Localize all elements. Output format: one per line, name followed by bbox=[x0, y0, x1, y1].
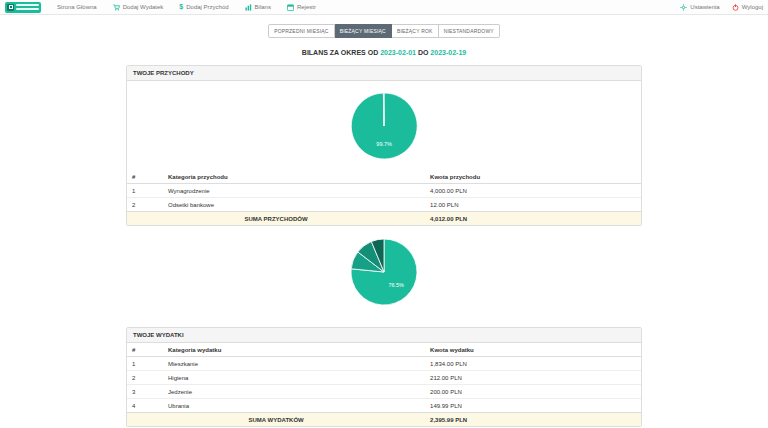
cart-icon bbox=[113, 4, 120, 11]
table-row: 1 Wynagrodzenie 4,000.00 PLN bbox=[127, 184, 641, 198]
expenses-table-header-row: # Kategoria wydatku Kwota wydatku bbox=[127, 343, 641, 357]
row-category: Wynagrodzenie bbox=[163, 184, 425, 198]
income-pie-svg: 99.7% bbox=[348, 90, 420, 162]
expenses-table: # Kategoria wydatku Kwota wydatku 1 Mies… bbox=[127, 343, 641, 426]
table-row: 2 Odsetki bankowe 12.00 PLN bbox=[127, 198, 641, 212]
income-sum-row: SUMA PRZYCHODÓW 4,012.00 PLN bbox=[127, 212, 641, 226]
income-table-header-row: # Kategoria przychodu Kwota przychodu bbox=[127, 170, 641, 184]
nav-item-add-income[interactable]: $ Dodaj Przychód bbox=[179, 4, 228, 10]
nav-home-label: Strona Główna bbox=[57, 4, 97, 10]
nav-settings-label: Ustawienia bbox=[690, 4, 719, 10]
logo-text-lines bbox=[16, 4, 39, 10]
income-section-title: TWOJE PRZYCHODY bbox=[127, 66, 641, 81]
row-category: Higiena bbox=[163, 371, 425, 385]
button-current-month[interactable]: BIEŻĄCY MIESIĄC bbox=[335, 24, 392, 38]
nav-item-logout[interactable]: Wyloguj bbox=[732, 4, 763, 11]
nav-balance-label: Bilans bbox=[255, 4, 271, 10]
gear-icon bbox=[680, 4, 687, 11]
nav-logout-label: Wyloguj bbox=[742, 4, 763, 10]
row-amount: 200.00 PLN bbox=[425, 385, 641, 399]
row-amount: 1,834.00 PLN bbox=[425, 357, 641, 371]
nav-item-settings[interactable]: Ustawienia bbox=[680, 4, 719, 11]
expenses-sum-value: 2,395.99 PLN bbox=[425, 413, 641, 427]
nav-item-add-expense[interactable]: Dodaj Wydatek bbox=[113, 4, 164, 11]
dollar-icon: $ bbox=[179, 4, 183, 10]
app-logo[interactable] bbox=[5, 2, 41, 13]
row-category: Mieszkanie bbox=[163, 357, 425, 371]
table-row: 1 Mieszkanie 1,834.00 PLN bbox=[127, 357, 641, 371]
date-from: 2023-02-01 bbox=[380, 49, 416, 56]
title-middle: DO bbox=[418, 49, 429, 56]
expenses-col-index: # bbox=[127, 343, 163, 357]
navbar: Strona Główna Dodaj Wydatek $ Dodaj Przy… bbox=[0, 0, 768, 15]
row-index: 1 bbox=[127, 184, 163, 198]
income-col-index: # bbox=[127, 170, 163, 184]
row-index: 1 bbox=[127, 357, 163, 371]
expenses-section-title: TWOJE WYDATKI bbox=[127, 328, 641, 343]
income-col-category: Kategoria przychodu bbox=[163, 170, 425, 184]
wallet-icon bbox=[7, 4, 14, 11]
svg-text:76.5%: 76.5% bbox=[388, 282, 404, 288]
expenses-panel: TWOJE WYDATKI # Kategoria wydatku Kwota … bbox=[126, 327, 642, 427]
expenses-sum-row: SUMA WYDATKÓW 2,395.99 PLN bbox=[127, 413, 641, 427]
expenses-col-amount: Kwota wydatku bbox=[425, 343, 641, 357]
bar-chart-icon bbox=[245, 4, 252, 11]
income-sum-value: 4,012.00 PLN bbox=[425, 212, 641, 226]
table-row: 3 Jedzenie 200.00 PLN bbox=[127, 385, 641, 399]
date-to: 2023-02-19 bbox=[430, 49, 466, 56]
row-category: Odsetki bankowe bbox=[163, 198, 425, 212]
expenses-pie-svg: 76.5% bbox=[348, 236, 420, 308]
row-amount: 149.99 PLN bbox=[425, 399, 641, 413]
nav-item-register[interactable]: Rejestr bbox=[287, 4, 316, 11]
main-container: TWOJE PRZYCHODY 99.7% # Kategoria przych… bbox=[126, 65, 642, 428]
row-amount: 212.00 PLN bbox=[425, 371, 641, 385]
income-col-amount: Kwota przychodu bbox=[425, 170, 641, 184]
navbar-left: Strona Główna Dodaj Wydatek $ Dodaj Przy… bbox=[5, 2, 316, 13]
nav-item-home[interactable]: Strona Główna bbox=[57, 4, 97, 10]
expenses-col-category: Kategoria wydatku bbox=[163, 343, 425, 357]
nav-register-label: Rejestr bbox=[297, 4, 316, 10]
svg-text:99.7%: 99.7% bbox=[376, 141, 392, 147]
period-button-group: POPRZEDNI MIESIĄC BIEŻĄCY MIESIĄC BIEŻĄC… bbox=[0, 24, 768, 38]
nav-item-balance[interactable]: Bilans bbox=[245, 4, 271, 11]
expenses-pie-chart: 76.5% bbox=[126, 226, 642, 318]
expenses-sum-label: SUMA WYDATKÓW bbox=[127, 413, 425, 427]
income-table: # Kategoria przychodu Kwota przychodu 1 … bbox=[127, 170, 641, 225]
title-prefix: BILANS ZA OKRES OD bbox=[302, 49, 378, 56]
button-custom-range[interactable]: NIESTANDARDOWY bbox=[439, 24, 500, 38]
table-row: 2 Higiena 212.00 PLN bbox=[127, 371, 641, 385]
table-row: 4 Ubrania 149.99 PLN bbox=[127, 399, 641, 413]
power-icon bbox=[732, 4, 739, 11]
nav-add-expense-label: Dodaj Wydatek bbox=[123, 4, 164, 10]
row-index: 2 bbox=[127, 198, 163, 212]
row-index: 4 bbox=[127, 399, 163, 413]
page-title: BILANS ZA OKRES OD 2023-02-01 DO 2023-02… bbox=[0, 49, 768, 56]
nav-add-income-label: Dodaj Przychód bbox=[186, 4, 228, 10]
row-amount: 12.00 PLN bbox=[425, 198, 641, 212]
row-category: Jedzenie bbox=[163, 385, 425, 399]
navbar-right: Ustawienia Wyloguj bbox=[680, 4, 763, 11]
row-index: 3 bbox=[127, 385, 163, 399]
row-category: Ubrania bbox=[163, 399, 425, 413]
calendar-icon bbox=[287, 4, 294, 11]
row-index: 2 bbox=[127, 371, 163, 385]
button-previous-month[interactable]: POPRZEDNI MIESIĄC bbox=[268, 24, 335, 38]
income-pie-chart: 99.7% bbox=[127, 81, 641, 170]
income-panel: TWOJE PRZYCHODY 99.7% # Kategoria przych… bbox=[126, 65, 642, 226]
income-sum-label: SUMA PRZYCHODÓW bbox=[127, 212, 425, 226]
row-amount: 4,000.00 PLN bbox=[425, 184, 641, 198]
button-current-year[interactable]: BIEŻĄCY ROK bbox=[392, 24, 439, 38]
